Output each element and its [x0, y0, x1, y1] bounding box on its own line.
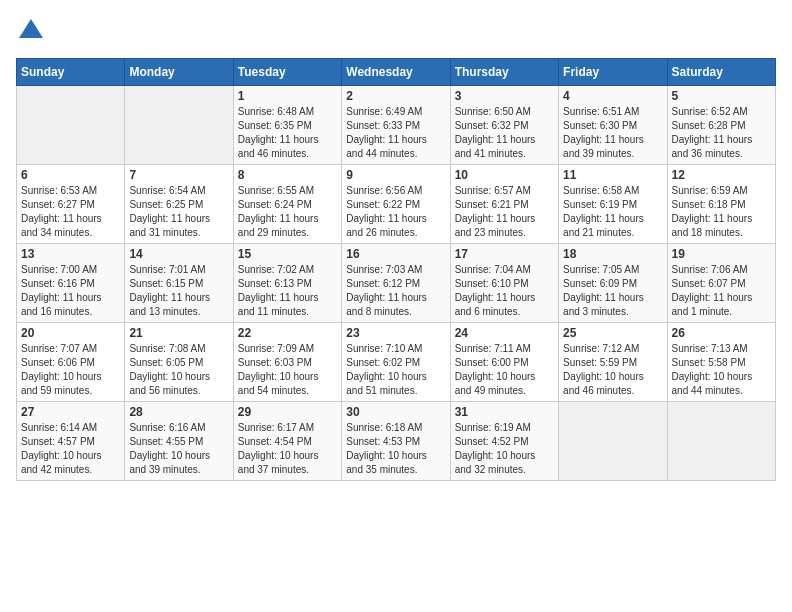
day-info: Sunrise: 6:58 AM Sunset: 6:19 PM Dayligh…: [563, 184, 662, 240]
day-number: 12: [672, 168, 771, 182]
day-number: 26: [672, 326, 771, 340]
day-cell: 29Sunrise: 6:17 AM Sunset: 4:54 PM Dayli…: [233, 402, 341, 481]
day-cell: 26Sunrise: 7:13 AM Sunset: 5:58 PM Dayli…: [667, 323, 775, 402]
day-info: Sunrise: 6:49 AM Sunset: 6:33 PM Dayligh…: [346, 105, 445, 161]
header-cell-monday: Monday: [125, 59, 233, 86]
day-number: 30: [346, 405, 445, 419]
day-cell: 8Sunrise: 6:55 AM Sunset: 6:24 PM Daylig…: [233, 165, 341, 244]
day-info: Sunrise: 7:01 AM Sunset: 6:15 PM Dayligh…: [129, 263, 228, 319]
day-cell: 22Sunrise: 7:09 AM Sunset: 6:03 PM Dayli…: [233, 323, 341, 402]
week-row-2: 6Sunrise: 6:53 AM Sunset: 6:27 PM Daylig…: [17, 165, 776, 244]
day-info: Sunrise: 7:07 AM Sunset: 6:06 PM Dayligh…: [21, 342, 120, 398]
day-number: 6: [21, 168, 120, 182]
day-info: Sunrise: 7:13 AM Sunset: 5:58 PM Dayligh…: [672, 342, 771, 398]
day-cell: 19Sunrise: 7:06 AM Sunset: 6:07 PM Dayli…: [667, 244, 775, 323]
day-number: 27: [21, 405, 120, 419]
day-info: Sunrise: 6:19 AM Sunset: 4:52 PM Dayligh…: [455, 421, 554, 477]
header-row: SundayMondayTuesdayWednesdayThursdayFrid…: [17, 59, 776, 86]
day-number: 18: [563, 247, 662, 261]
day-cell: 31Sunrise: 6:19 AM Sunset: 4:52 PM Dayli…: [450, 402, 558, 481]
day-number: 17: [455, 247, 554, 261]
header-cell-wednesday: Wednesday: [342, 59, 450, 86]
day-number: 29: [238, 405, 337, 419]
day-number: 21: [129, 326, 228, 340]
day-info: Sunrise: 6:56 AM Sunset: 6:22 PM Dayligh…: [346, 184, 445, 240]
logo: [16, 16, 50, 46]
day-info: Sunrise: 7:03 AM Sunset: 6:12 PM Dayligh…: [346, 263, 445, 319]
header-cell-thursday: Thursday: [450, 59, 558, 86]
day-info: Sunrise: 6:55 AM Sunset: 6:24 PM Dayligh…: [238, 184, 337, 240]
day-cell: 18Sunrise: 7:05 AM Sunset: 6:09 PM Dayli…: [559, 244, 667, 323]
week-row-1: 1Sunrise: 6:48 AM Sunset: 6:35 PM Daylig…: [17, 86, 776, 165]
day-number: 7: [129, 168, 228, 182]
day-info: Sunrise: 6:52 AM Sunset: 6:28 PM Dayligh…: [672, 105, 771, 161]
day-info: Sunrise: 7:04 AM Sunset: 6:10 PM Dayligh…: [455, 263, 554, 319]
day-number: 5: [672, 89, 771, 103]
day-info: Sunrise: 6:16 AM Sunset: 4:55 PM Dayligh…: [129, 421, 228, 477]
day-info: Sunrise: 6:48 AM Sunset: 6:35 PM Dayligh…: [238, 105, 337, 161]
day-number: 11: [563, 168, 662, 182]
day-cell: [125, 86, 233, 165]
day-number: 16: [346, 247, 445, 261]
day-number: 24: [455, 326, 554, 340]
day-info: Sunrise: 7:09 AM Sunset: 6:03 PM Dayligh…: [238, 342, 337, 398]
day-cell: 16Sunrise: 7:03 AM Sunset: 6:12 PM Dayli…: [342, 244, 450, 323]
day-info: Sunrise: 6:57 AM Sunset: 6:21 PM Dayligh…: [455, 184, 554, 240]
day-info: Sunrise: 7:02 AM Sunset: 6:13 PM Dayligh…: [238, 263, 337, 319]
day-info: Sunrise: 7:10 AM Sunset: 6:02 PM Dayligh…: [346, 342, 445, 398]
day-cell: [559, 402, 667, 481]
day-number: 14: [129, 247, 228, 261]
header-cell-tuesday: Tuesday: [233, 59, 341, 86]
day-cell: 6Sunrise: 6:53 AM Sunset: 6:27 PM Daylig…: [17, 165, 125, 244]
day-number: 22: [238, 326, 337, 340]
day-number: 1: [238, 89, 337, 103]
logo-icon: [16, 16, 46, 46]
day-info: Sunrise: 6:50 AM Sunset: 6:32 PM Dayligh…: [455, 105, 554, 161]
day-number: 2: [346, 89, 445, 103]
day-cell: [667, 402, 775, 481]
day-number: 8: [238, 168, 337, 182]
day-cell: 12Sunrise: 6:59 AM Sunset: 6:18 PM Dayli…: [667, 165, 775, 244]
day-number: 20: [21, 326, 120, 340]
day-cell: 28Sunrise: 6:16 AM Sunset: 4:55 PM Dayli…: [125, 402, 233, 481]
day-cell: 24Sunrise: 7:11 AM Sunset: 6:00 PM Dayli…: [450, 323, 558, 402]
header-cell-sunday: Sunday: [17, 59, 125, 86]
day-number: 15: [238, 247, 337, 261]
page-header: [16, 16, 776, 46]
day-cell: 13Sunrise: 7:00 AM Sunset: 6:16 PM Dayli…: [17, 244, 125, 323]
day-cell: 15Sunrise: 7:02 AM Sunset: 6:13 PM Dayli…: [233, 244, 341, 323]
day-number: 13: [21, 247, 120, 261]
day-info: Sunrise: 6:18 AM Sunset: 4:53 PM Dayligh…: [346, 421, 445, 477]
day-cell: 23Sunrise: 7:10 AM Sunset: 6:02 PM Dayli…: [342, 323, 450, 402]
day-cell: 27Sunrise: 6:14 AM Sunset: 4:57 PM Dayli…: [17, 402, 125, 481]
day-cell: 14Sunrise: 7:01 AM Sunset: 6:15 PM Dayli…: [125, 244, 233, 323]
day-number: 25: [563, 326, 662, 340]
day-cell: 7Sunrise: 6:54 AM Sunset: 6:25 PM Daylig…: [125, 165, 233, 244]
day-info: Sunrise: 7:05 AM Sunset: 6:09 PM Dayligh…: [563, 263, 662, 319]
day-info: Sunrise: 6:54 AM Sunset: 6:25 PM Dayligh…: [129, 184, 228, 240]
day-cell: 11Sunrise: 6:58 AM Sunset: 6:19 PM Dayli…: [559, 165, 667, 244]
day-cell: 9Sunrise: 6:56 AM Sunset: 6:22 PM Daylig…: [342, 165, 450, 244]
day-number: 31: [455, 405, 554, 419]
day-cell: 1Sunrise: 6:48 AM Sunset: 6:35 PM Daylig…: [233, 86, 341, 165]
header-cell-friday: Friday: [559, 59, 667, 86]
day-number: 3: [455, 89, 554, 103]
day-number: 19: [672, 247, 771, 261]
day-info: Sunrise: 7:11 AM Sunset: 6:00 PM Dayligh…: [455, 342, 554, 398]
calendar-table: SundayMondayTuesdayWednesdayThursdayFrid…: [16, 58, 776, 481]
week-row-5: 27Sunrise: 6:14 AM Sunset: 4:57 PM Dayli…: [17, 402, 776, 481]
day-cell: [17, 86, 125, 165]
week-row-3: 13Sunrise: 7:00 AM Sunset: 6:16 PM Dayli…: [17, 244, 776, 323]
header-cell-saturday: Saturday: [667, 59, 775, 86]
week-row-4: 20Sunrise: 7:07 AM Sunset: 6:06 PM Dayli…: [17, 323, 776, 402]
day-info: Sunrise: 7:08 AM Sunset: 6:05 PM Dayligh…: [129, 342, 228, 398]
day-info: Sunrise: 7:12 AM Sunset: 5:59 PM Dayligh…: [563, 342, 662, 398]
day-cell: 3Sunrise: 6:50 AM Sunset: 6:32 PM Daylig…: [450, 86, 558, 165]
day-cell: 30Sunrise: 6:18 AM Sunset: 4:53 PM Dayli…: [342, 402, 450, 481]
day-cell: 21Sunrise: 7:08 AM Sunset: 6:05 PM Dayli…: [125, 323, 233, 402]
day-cell: 4Sunrise: 6:51 AM Sunset: 6:30 PM Daylig…: [559, 86, 667, 165]
day-info: Sunrise: 7:06 AM Sunset: 6:07 PM Dayligh…: [672, 263, 771, 319]
day-number: 9: [346, 168, 445, 182]
day-cell: 10Sunrise: 6:57 AM Sunset: 6:21 PM Dayli…: [450, 165, 558, 244]
day-number: 10: [455, 168, 554, 182]
